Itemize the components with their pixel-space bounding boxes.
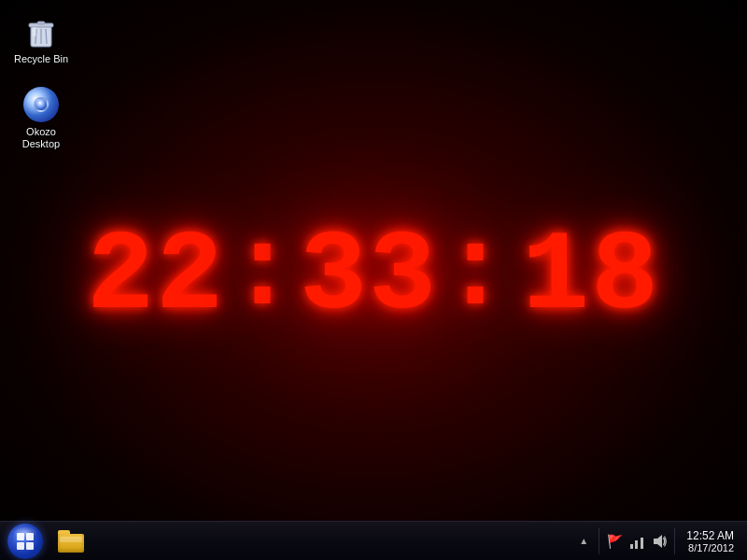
taskbar-time: 12:52 AM xyxy=(686,529,734,542)
svg-rect-6 xyxy=(33,27,36,36)
taskbar-date: 8/17/2012 xyxy=(688,542,734,553)
network-icon xyxy=(628,533,645,550)
notification-expand-button[interactable]: ▲ xyxy=(574,532,593,551)
svg-rect-8 xyxy=(635,540,638,549)
svg-rect-7 xyxy=(630,544,633,549)
svg-marker-10 xyxy=(654,535,662,548)
okozo-desktop-image xyxy=(22,86,60,123)
file-explorer-taskbar-icon[interactable] xyxy=(54,525,88,558)
flag-icon: 🚩 xyxy=(607,534,623,549)
tray-separator-1 xyxy=(599,528,599,554)
start-button[interactable] xyxy=(0,522,50,561)
volume-icon xyxy=(651,533,668,550)
okozo-desktop-label: Okozo Desktop xyxy=(22,126,60,150)
system-tray: ▲ 🚩 xyxy=(567,522,747,561)
taskbar: ▲ 🚩 xyxy=(0,521,747,560)
network-tray-icon[interactable] xyxy=(627,532,646,551)
clock-minutes: 33 xyxy=(300,221,438,333)
windows-logo xyxy=(17,533,34,550)
recycle-bin-label: Recycle Bin xyxy=(14,53,68,65)
clock-colon-1: : xyxy=(225,217,300,329)
quick-launch-area xyxy=(50,522,92,561)
digital-clock: 22 : 33 : 18 xyxy=(87,217,660,337)
clock-hours: 22 xyxy=(87,221,225,333)
clock-seconds: 18 xyxy=(522,221,660,333)
folder-icon xyxy=(58,530,84,553)
volume-tray-icon[interactable] xyxy=(650,532,669,551)
up-arrow-icon: ▲ xyxy=(579,536,588,546)
clock-colon-2: : xyxy=(438,217,513,329)
taskbar-clock[interactable]: 12:52 AM 8/17/2012 xyxy=(681,522,740,561)
svg-rect-9 xyxy=(641,538,643,549)
okozo-desktop-icon[interactable]: Okozo Desktop xyxy=(8,82,74,154)
desktop: Recycle Bin Okozo Desktop 22 : 33 : 18 xyxy=(0,0,747,560)
svg-rect-2 xyxy=(37,21,45,24)
recycle-bin-image xyxy=(22,13,60,50)
tray-separator-2 xyxy=(674,528,675,554)
recycle-bin-icon[interactable]: Recycle Bin xyxy=(8,9,74,69)
windows-orb xyxy=(7,524,43,559)
language-tray-icon[interactable]: 🚩 xyxy=(605,532,624,551)
